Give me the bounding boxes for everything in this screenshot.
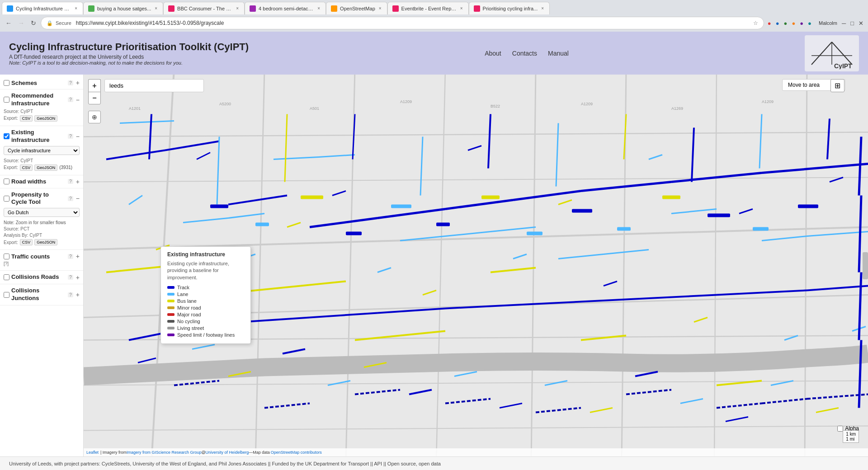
tab-close-3[interactable]: × (235, 6, 240, 11)
tab-close-7[interactable]: × (540, 6, 545, 11)
recommended-checkbox[interactable] (4, 97, 9, 103)
collisions-roads-checkbox[interactable] (4, 274, 9, 280)
collisions-junctions-title: Collisions Junctions (11, 287, 66, 302)
tab-eventbrite[interactable]: Eventbrite - Event Repo... × (387, 2, 469, 14)
road-widths-help[interactable]: ? (68, 179, 73, 184)
existing-collapse[interactable]: − (76, 133, 80, 140)
recommended-header[interactable]: Recommended infrastructure ? − (4, 92, 80, 108)
schemes-add[interactable]: + (76, 79, 80, 86)
collisions-junctions-add[interactable]: + (76, 291, 80, 298)
tab-bbc[interactable]: BBC Consumer - The ho... × (163, 2, 245, 14)
tab-close-5[interactable]: × (378, 6, 382, 11)
existing-dropdown[interactable]: Cycle infrastructure Road type Speed lim… (4, 146, 80, 155)
collisions-roads-header[interactable]: Collisions Roads ? + (4, 273, 80, 281)
svg-text:CyIPT: CyIPT (834, 62, 852, 69)
tab-osm[interactable]: OpenStreetMap × (326, 2, 387, 14)
propensity-checkbox[interactable] (4, 196, 9, 202)
minimize-button[interactable]: ─ (841, 19, 847, 28)
road-widths-checkbox[interactable] (4, 179, 9, 184)
map-area[interactable]: A1201 A5200 A501 A1209 B522 A1209 A1269 … (84, 75, 868, 456)
bookmark-icon[interactable]: ☆ (753, 20, 758, 26)
recommended-export-geojson[interactable]: GeoJSON (34, 115, 57, 122)
browser-chrome: Cycling Infrastructure Pr... × buying a … (0, 0, 868, 32)
map-attribution: Leaflet | Imagery from Imagery from GISc… (84, 448, 868, 456)
tab-close-6[interactable]: × (459, 6, 464, 11)
traffic-counts-section: Traffic counts ? + [?] (0, 250, 83, 271)
nav-manual[interactable]: Manual (548, 50, 569, 57)
close-button[interactable]: ✕ (858, 19, 864, 28)
schemes-help[interactable]: ? (68, 80, 73, 85)
collisions-roads-add[interactable]: + (76, 274, 80, 281)
scroll-handle[interactable] (863, 252, 868, 279)
zoom-in-button[interactable]: + (88, 79, 101, 92)
layers-button[interactable]: ⊞ (830, 79, 844, 92)
map-search-input[interactable] (104, 79, 204, 92)
back-button[interactable]: ← (4, 19, 14, 28)
recommended-help[interactable]: ? (68, 97, 73, 102)
main-content: Schemes ? + Recommended infrastructure ?… (0, 75, 868, 456)
nav-about[interactable]: About (485, 50, 501, 57)
secure-label: Secure (56, 20, 71, 26)
compass-button[interactable]: ⊕ (88, 111, 101, 123)
existing-help[interactable]: ? (68, 134, 73, 139)
existing-export-csv[interactable]: CSV (20, 164, 33, 171)
traffic-counts-checkbox[interactable] (4, 254, 9, 259)
traffic-counts-header[interactable]: Traffic counts ? + (4, 253, 80, 260)
propensity-export-geojson[interactable]: GeoJSON (34, 239, 57, 245)
giscience-link[interactable]: Imagery from GIScience Research Group (127, 450, 202, 455)
osm-link[interactable]: OpenStreetMap contributors (271, 450, 322, 455)
propensity-export-csv[interactable]: CSV (20, 239, 33, 245)
road-widths-add[interactable]: + (76, 178, 80, 185)
forward-button[interactable]: → (16, 19, 26, 28)
collisions-roads-section: Collisions Roads ? + (0, 271, 83, 284)
tab-buying-house[interactable]: buying a house satges... × (83, 2, 163, 14)
propensity-dropdown[interactable]: Government Target Go Dutch Ebikes (4, 208, 80, 217)
propensity-header[interactable]: Propensity to Cycle Tool ? − (4, 191, 80, 207)
tab-close-4[interactable]: × (316, 6, 321, 11)
road-widths-header[interactable]: Road widths ? + (4, 178, 80, 185)
traffic-counts-help[interactable]: ? (68, 254, 73, 259)
tab-cycling-infrastructure[interactable]: Cycling Infrastructure Pr... × (2, 2, 83, 14)
propensity-export-row: Export: CSV GeoJSON (4, 239, 80, 245)
lane-swatch (167, 293, 175, 296)
tab-bedroom[interactable]: 4 bedroom semi-detach... × (245, 2, 326, 14)
schemes-checkbox[interactable] (4, 80, 9, 86)
schemes-header[interactable]: Schemes ? + (4, 79, 80, 86)
traffic-counts-add[interactable]: + (76, 253, 80, 260)
extension-icon-1[interactable]: ● (767, 19, 772, 28)
svg-rect-122 (210, 205, 228, 208)
tab-favicon-2 (88, 5, 94, 12)
svg-rect-124 (301, 196, 323, 199)
collisions-junctions-checkbox[interactable] (4, 292, 9, 298)
speed-limit-label: Speed limit / footway lines (177, 332, 235, 338)
extension-icon-5[interactable]: ● (799, 19, 804, 28)
maximize-button[interactable]: □ (849, 19, 855, 28)
collisions-roads-help[interactable]: ? (68, 275, 73, 280)
major-road-label: Major road (177, 312, 201, 317)
extension-icon-4[interactable]: ● (791, 19, 796, 28)
leaflet-link[interactable]: Leaflet (86, 450, 99, 455)
search-box (104, 79, 204, 92)
tab-close-2[interactable]: × (154, 6, 158, 11)
extension-icon-2[interactable]: ● (775, 19, 780, 28)
nav-contacts[interactable]: Contacts (512, 50, 537, 57)
recommended-collapse[interactable]: − (76, 96, 80, 103)
tab-close-1[interactable]: × (74, 6, 78, 11)
reload-button[interactable]: ↻ (29, 19, 38, 28)
uni-heidelberg-link[interactable]: University of Heidelberg (206, 450, 249, 455)
tab-prioritising[interactable]: Prioritising cycling infra... × (469, 2, 550, 14)
address-bar[interactable]: 🔒 Secure https://www.cyipt.bike/existing… (41, 17, 764, 29)
existing-header[interactable]: Existing infrastructure ? − (4, 129, 80, 144)
track-label: Track (177, 285, 189, 290)
existing-export-geojson[interactable]: GeoJSON (34, 164, 57, 171)
recommended-export-csv[interactable]: CSV (20, 115, 33, 122)
existing-checkbox[interactable] (4, 133, 9, 139)
extension-icon-6[interactable]: ● (807, 19, 812, 28)
zoom-out-button[interactable]: − (88, 92, 101, 104)
propensity-collapse[interactable]: − (76, 195, 80, 202)
propensity-help[interactable]: ? (68, 196, 73, 201)
collisions-junctions-help[interactable]: ? (68, 292, 73, 297)
svg-rect-134 (753, 227, 769, 231)
collisions-junctions-header[interactable]: Collisions Junctions ? + (4, 287, 80, 302)
extension-icon-3[interactable]: ● (783, 19, 788, 28)
